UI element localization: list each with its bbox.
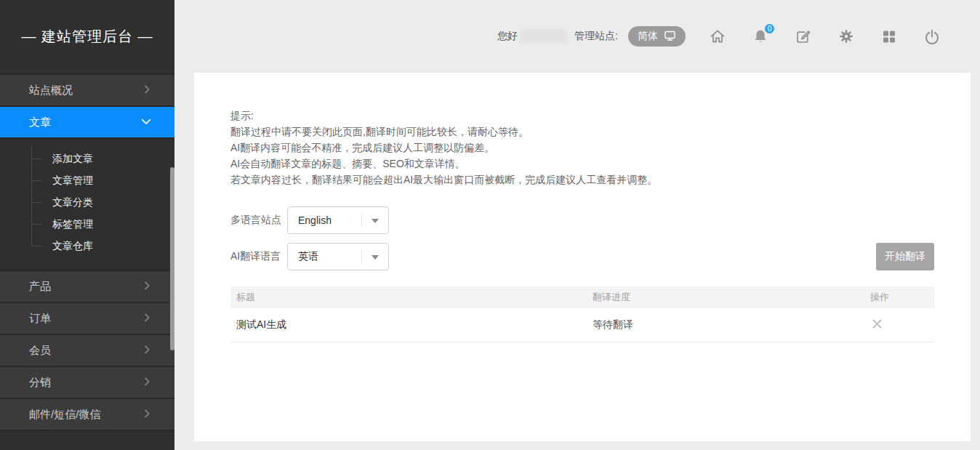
col-header-progress: 翻译进度: [593, 291, 870, 304]
sidebar-item-label: 会员: [29, 344, 51, 358]
site-select-label: 多语言站点: [230, 214, 287, 227]
close-icon[interactable]: [872, 318, 883, 332]
chevron-right-icon: [141, 84, 153, 97]
sidebar-item-label: 邮件/短信/微信: [29, 408, 100, 422]
row-progress: 等待翻译: [593, 318, 870, 332]
submenu-item-article-manage[interactable]: 文章管理: [0, 169, 174, 191]
app-root: — 建站管理后台 — 站点概况 文章 添加文章 文章管理 文章分类 标签管理 文…: [0, 0, 980, 450]
sidebar-item-orders[interactable]: 订单: [0, 303, 174, 335]
col-header-title: 标题: [230, 291, 593, 304]
sidebar-item-distribution[interactable]: 分销: [0, 367, 174, 399]
top-header: 您好 管理站点: 简体: [174, 0, 980, 73]
table-row: 测试AI生成 等待翻译: [230, 308, 934, 342]
chevron-right-icon: [141, 376, 153, 390]
sidebar-item-articles[interactable]: 文章: [0, 107, 174, 139]
sidebar-item-members[interactable]: 会员: [0, 335, 174, 367]
sidebar-item-products[interactable]: 产品: [0, 271, 174, 303]
translate-form: 多语言站点 English AI翻译语言 英语 开始翻译: [230, 206, 934, 270]
sidebar-item-label: 分销: [29, 376, 51, 390]
sidebar-nav: 站点概况 文章 添加文章 文章管理 文章分类 标签管理 文章仓库 产品: [0, 73, 174, 431]
tips-line: AI翻译内容可能会不精准，完成后建议人工调整以防偏差。: [230, 140, 934, 156]
select-divider: [361, 214, 362, 227]
sidebar-item-label: 订单: [29, 312, 51, 326]
grid-icon[interactable]: [880, 28, 898, 45]
sidebar-scrollbar-thumb[interactable]: [170, 167, 174, 350]
home-icon[interactable]: [709, 28, 726, 45]
sidebar: — 建站管理后台 — 站点概况 文章 添加文章 文章管理 文章分类 标签管理 文…: [0, 0, 174, 450]
col-header-action: 操作: [870, 291, 934, 304]
tips-line: AI会自动翻译文章的标题、摘要、SEO和文章详情。: [230, 156, 934, 172]
translate-table: 标题 翻译进度 操作 测试AI生成 等待翻译: [230, 286, 934, 342]
ai-select-value: 英语: [298, 250, 318, 263]
sidebar-item-label: 站点概况: [29, 84, 73, 97]
ai-language-select[interactable]: 英语: [287, 243, 389, 270]
language-badge[interactable]: 简体: [628, 26, 686, 47]
ai-select-row: AI翻译语言 英语: [230, 243, 934, 270]
chevron-right-icon: [141, 344, 153, 358]
site-language-select[interactable]: English: [287, 206, 389, 234]
language-badge-label: 简体: [638, 30, 658, 43]
sidebar-item-label: 文章: [29, 116, 51, 129]
submenu-item-article-warehouse[interactable]: 文章仓库: [0, 235, 174, 257]
power-icon[interactable]: [923, 28, 941, 45]
submenu-item-article-category[interactable]: 文章分类: [0, 191, 174, 213]
chevron-right-icon: [141, 280, 153, 294]
row-title: 测试AI生成: [230, 318, 593, 332]
monitor-icon: [664, 30, 676, 44]
sidebar-item-label: 产品: [29, 280, 51, 294]
chevron-down-icon: [140, 115, 153, 130]
tips-block: 提示: 翻译过程中请不要关闭此页面,翻译时间可能比较长，请耐心等待。 AI翻译内…: [230, 108, 934, 188]
site-select-value: English: [298, 214, 332, 226]
ai-select-label: AI翻译语言: [230, 250, 287, 263]
manage-site-label: 管理站点:: [574, 30, 618, 43]
sidebar-item-site-overview[interactable]: 站点概况: [0, 75, 174, 107]
select-divider: [361, 250, 362, 263]
site-select-row: 多语言站点 English: [230, 206, 934, 234]
tips-line: 翻译过程中请不要关闭此页面,翻译时间可能比较长，请耐心等待。: [230, 124, 934, 140]
bell-icon[interactable]: 0: [752, 28, 769, 45]
submenu-item-add-article[interactable]: 添加文章: [0, 148, 174, 169]
edit-icon[interactable]: [795, 28, 812, 45]
sidebar-item-email-sms-wechat[interactable]: 邮件/短信/微信: [0, 399, 174, 431]
greeting-text: 您好: [497, 30, 518, 43]
submenu-item-tag-manage[interactable]: 标签管理: [0, 213, 174, 235]
app-title: — 建站管理后台 —: [0, 0, 174, 73]
articles-submenu: 添加文章 文章管理 文章分类 标签管理 文章仓库: [0, 139, 174, 271]
main-card: 提示: 翻译过程中请不要关闭此页面,翻译时间可能比较长，请耐心等待。 AI翻译内…: [194, 73, 971, 441]
tips-title: 提示:: [230, 108, 934, 124]
start-translate-button[interactable]: 开始翻译: [876, 243, 934, 270]
row-action-cell: [870, 318, 934, 332]
username-redacted: [521, 30, 567, 43]
header-icon-row: 0: [709, 28, 941, 45]
tips-line: 若文章内容过长，翻译结果可能会超出AI最大输出窗口而被截断，完成后建议人工查看并…: [230, 172, 934, 188]
caret-down-icon: [371, 219, 379, 223]
notification-badge: 0: [763, 23, 776, 35]
content-column: 您好 管理站点: 简体: [174, 0, 980, 450]
chevron-right-icon: [141, 408, 153, 422]
chevron-right-icon: [141, 312, 153, 326]
caret-down-icon: [371, 255, 379, 260]
gear-icon[interactable]: [838, 28, 855, 45]
table-header-row: 标题 翻译进度 操作: [230, 286, 934, 308]
